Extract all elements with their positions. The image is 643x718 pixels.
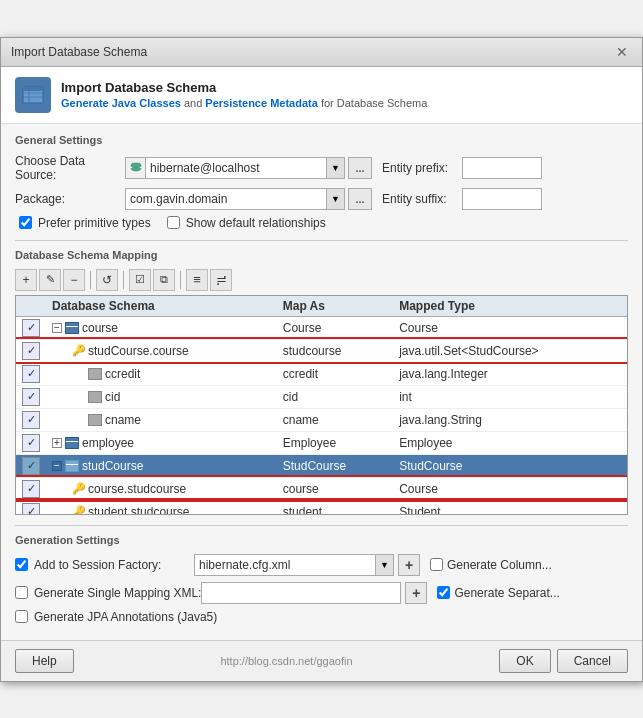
checkbox-6[interactable] [22, 434, 40, 452]
row-check-3[interactable] [16, 362, 46, 385]
row-check-9[interactable] [16, 500, 46, 515]
header-text: Import Database Schema Generate Java Cla… [61, 80, 427, 109]
refresh-button[interactable]: ↺ [96, 269, 118, 291]
session-factory-arrow[interactable]: ▼ [375, 555, 393, 575]
row-name-8: course.studcourse [88, 482, 186, 496]
table-row[interactable]: + employee Employee Employee [16, 431, 627, 454]
entity-suffix-input[interactable] [462, 188, 542, 210]
table-row[interactable]: − course Course Course [16, 316, 627, 339]
generate-single-select[interactable] [201, 582, 401, 604]
expand-7[interactable]: − [52, 461, 62, 471]
col-mapas-header: Map As [277, 296, 393, 317]
row-schema-9: 🔑 student.studcourse [46, 500, 277, 515]
datasource-row: Choose Data Source: hibernate@localhost … [15, 154, 628, 182]
checkbox-2[interactable] [22, 342, 40, 360]
row-schema-5: cname [46, 408, 277, 431]
table-row[interactable]: 🔑 student.studcourse student Student [16, 500, 627, 515]
row-check-1[interactable] [16, 316, 46, 339]
check-button[interactable]: ☑ [129, 269, 151, 291]
row-name-5: cname [105, 413, 141, 427]
generate-separate-checkbox[interactable] [437, 586, 450, 599]
general-settings-label: General Settings [15, 134, 628, 146]
generate-jpa-checkbox[interactable] [15, 610, 28, 623]
table-row[interactable]: 🔑 course.studcourse course Course [16, 477, 627, 500]
row-mapas-5: cname [277, 408, 393, 431]
row-mapas-7: StudCourse [277, 454, 393, 477]
package-select[interactable]: com.gavin.domain ▼ [125, 188, 345, 210]
prefer-primitive-checkbox[interactable] [19, 216, 32, 229]
session-add-button[interactable]: + [398, 554, 420, 576]
add-schema-button[interactable]: + [15, 269, 37, 291]
datasource-select[interactable]: hibernate@localhost ▼ [125, 157, 345, 179]
divider-2 [15, 525, 628, 526]
expand-1[interactable]: − [52, 323, 62, 333]
copy-button[interactable]: ⧉ [153, 269, 175, 291]
remove-schema-button[interactable]: − [63, 269, 85, 291]
close-button[interactable]: ✕ [612, 44, 632, 60]
table-row[interactable]: cname cname java.lang.String [16, 408, 627, 431]
table-icon-1 [65, 322, 79, 334]
package-label: Package: [15, 192, 125, 206]
row-check-5[interactable] [16, 408, 46, 431]
session-factory-select[interactable]: hibernate.cfg.xml ▼ [194, 554, 394, 576]
session-factory-checkbox[interactable] [15, 558, 28, 571]
key-icon-8: 🔑 [72, 482, 86, 495]
table-row[interactable]: ccredit ccredit java.lang.Integer [16, 362, 627, 385]
session-factory-row: Add to Session Factory: hibernate.cfg.xm… [15, 554, 628, 576]
ok-button[interactable]: OK [499, 649, 550, 673]
row-name-3: ccredit [105, 367, 140, 381]
table-row[interactable]: 🔑 studCourse.course studcourse java.util… [16, 339, 627, 362]
row-schema-4: cid [46, 385, 277, 408]
generate-single-add-button[interactable]: + [405, 582, 427, 604]
checkbox-9[interactable] [22, 503, 40, 515]
datasource-arrow[interactable]: ▼ [326, 158, 344, 178]
entity-prefix-input[interactable] [462, 157, 542, 179]
row-check-2[interactable] [16, 339, 46, 362]
checkbox-4[interactable] [22, 388, 40, 406]
checkbox-5[interactable] [22, 411, 40, 429]
footer-actions: OK Cancel [499, 649, 628, 673]
col-icon-5 [88, 414, 102, 426]
package-arrow[interactable]: ▼ [326, 189, 344, 209]
generate-single-checkbox[interactable] [15, 586, 28, 599]
checkbox-3[interactable] [22, 365, 40, 383]
row-schema-8: 🔑 course.studcourse [46, 477, 277, 500]
table-row[interactable]: − studCourse StudCourse StudCourse [16, 454, 627, 477]
table-row[interactable]: cid cid int [16, 385, 627, 408]
checkbox-7[interactable] [22, 457, 40, 475]
sort1-button[interactable]: ≡ [186, 269, 208, 291]
show-default-label: Show default relationships [186, 216, 326, 230]
row-type-7: StudCourse [393, 454, 627, 477]
edit-schema-button[interactable]: ✎ [39, 269, 61, 291]
row-schema-1: − course [46, 316, 277, 339]
datasource-more-button[interactable]: ... [348, 157, 372, 179]
row-type-5: java.lang.String [393, 408, 627, 431]
row-type-1: Course [393, 316, 627, 339]
show-default-checkbox[interactable] [167, 216, 180, 229]
entity-prefix-label: Entity prefix: [382, 161, 462, 175]
schema-table: Database Schema Map As Mapped Type − [16, 296, 627, 515]
package-input-group: com.gavin.domain ▼ ... Entity suffix: [125, 188, 628, 210]
table-header-row: Database Schema Map As Mapped Type [16, 296, 627, 317]
package-more-button[interactable]: ... [348, 188, 372, 210]
row-check-6[interactable] [16, 431, 46, 454]
sort2-button[interactable]: ≓ [210, 269, 232, 291]
row-mapas-4: cid [277, 385, 393, 408]
cancel-button[interactable]: Cancel [557, 649, 628, 673]
row-schema-3: ccredit [46, 362, 277, 385]
row-type-6: Employee [393, 431, 627, 454]
generate-column-checkbox[interactable] [430, 558, 443, 571]
dialog-title: Import Database Schema [11, 45, 147, 59]
checkbox-8[interactable] [22, 480, 40, 498]
checkbox-1[interactable] [22, 319, 40, 337]
schema-mapping-label: Database Schema Mapping [15, 249, 628, 261]
row-check-4[interactable] [16, 385, 46, 408]
row-mapas-6: Employee [277, 431, 393, 454]
datasource-value: hibernate@localhost [146, 161, 326, 175]
row-check-7[interactable] [16, 454, 46, 477]
package-row: Package: com.gavin.domain ▼ ... Entity s… [15, 188, 628, 210]
help-button[interactable]: Help [15, 649, 74, 673]
expand-6[interactable]: + [52, 438, 62, 448]
row-check-8[interactable] [16, 477, 46, 500]
col-check-header [16, 296, 46, 317]
